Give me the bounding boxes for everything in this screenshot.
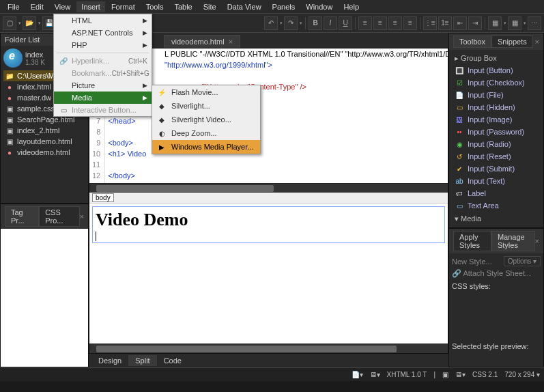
italic-button[interactable]: I [324,16,337,30]
toolbox-media-header[interactable]: ▾ Media [452,213,541,225]
design-view[interactable]: Video Demo [89,204,448,344]
view-tab-design[interactable]: Design [91,355,128,366]
tag-breadcrumb[interactable]: body [89,193,448,204]
file-icon: ● [5,93,14,102]
close-icon[interactable]: × [80,212,84,221]
menu-item-php[interactable]: PHP▶ [54,39,152,51]
toolbox-item[interactable]: ▭Input (Hidden) [452,101,541,113]
menu-item-asp-net-controls[interactable]: ASP.NET Controls▶ [54,27,152,39]
view-tab-split[interactable]: Split [128,355,156,366]
file-item[interactable]: ▣index_2.html [3,125,85,136]
attach-stylesheet-link[interactable]: 🔗 Attach Style Sheet... [452,269,531,277]
file-item[interactable]: ▣layoutdemo.html [3,136,85,147]
submenu-item-deep-zoom-[interactable]: ◐Deep Zoom... [152,126,260,140]
menu-site[interactable]: Site [199,1,221,12]
menu-tools[interactable]: Tools [141,1,169,12]
toolbox-item-icon: 📄 [455,90,464,100]
tab-toolbox[interactable]: Toolbox [453,36,491,48]
tab-tag-pr-[interactable]: Tag Pr... [5,206,39,227]
borders-button[interactable]: ▦ [488,16,502,30]
separator [355,17,356,29]
undo-button[interactable]: ↶ [264,16,278,30]
new-button[interactable]: ▢ [3,16,16,30]
toolbox-item[interactable]: ◉Input (Radio) [452,138,541,150]
submenu-item-silverlight-video-[interactable]: ◆Silverlight Video... [152,113,260,126]
menu-item-picture[interactable]: Picture▶ [54,79,152,92]
file-icon: ▣ [5,104,14,113]
tab-manage-styles[interactable]: Manage Styles [491,231,535,251]
submenu-item-silverlight-[interactable]: ◆Silverlight... [152,99,260,113]
toolbox-item[interactable]: 🏷Label [452,187,541,199]
tab-snippets[interactable]: Snippets [491,36,533,48]
toolbox-item[interactable]: ▭Text Area [452,199,541,212]
toolbox-item[interactable]: 📄Input (File) [452,89,541,101]
menu-edit[interactable]: Edit [26,1,48,12]
menu-table[interactable]: Table [169,1,197,12]
new-style-link[interactable]: New Style... [452,257,492,266]
toolbox-item-icon: ☑ [455,78,464,87]
status-icon[interactable]: 📄▾ [352,371,363,378]
close-icon[interactable]: × [535,38,539,46]
document-tab[interactable]: videodemo.html × [164,35,240,48]
menu-item-html[interactable]: HTML▶ [54,14,152,27]
menu-item-media[interactable]: Media▶ [54,92,152,104]
toolbox-item[interactable]: ↺Input (Reset) [452,150,541,163]
outdent-button[interactable]: ⇤ [453,16,467,30]
bullets-button[interactable]: ⋮≡ [423,16,437,30]
file-item[interactable]: ●videodemo.html [3,147,85,158]
toolbox-item[interactable]: 🖼Input (Image) [452,113,541,126]
align-justify-button[interactable]: ≡ [403,16,417,30]
status-css[interactable]: CSS 2.1 [472,371,498,378]
toolbox-item[interactable]: ☑Input (Checkbox) [452,76,541,89]
submenu-item-flash-movie-[interactable]: ⚡Flash Movie... [152,85,260,99]
separator [420,17,420,29]
manage-styles-panel: Apply StylesManage Styles × New Style...… [448,228,544,367]
menubar: FileEditViewInsertFormatToolsTableSiteDa… [0,0,544,14]
menu-item-hyperlink-: 🔗Hyperlink...Ctrl+K [54,55,152,67]
open-button[interactable]: 📂 [23,16,36,30]
menu-insert[interactable]: Insert [76,1,105,12]
toolbox-panel: ToolboxSnippets × ▸ Group Box 🔳Input (Bu… [448,33,544,228]
redo-button[interactable]: ↷ [284,16,298,30]
menu-data-view[interactable]: Data View [223,1,266,12]
menu-panels[interactable]: Panels [268,1,300,12]
tag-properties-panel: Tag Pr...CSS Pro... × [0,204,89,367]
align-center-button[interactable]: ≡ [373,16,387,30]
numbering-button[interactable]: 1≡ [438,16,452,30]
more-button[interactable]: ⋯ [528,16,541,30]
tab-css-pro-[interactable]: CSS Pro... [39,206,79,227]
status-icon[interactable]: 🖥▾ [370,371,380,378]
bold-button[interactable]: B [309,16,322,30]
horizontal-scrollbar[interactable] [89,344,448,353]
menu-file[interactable]: File [3,1,25,12]
toolbox-item[interactable]: ••Input (Password) [452,126,541,138]
toolbox-item[interactable]: ✔Input (Submit) [452,163,541,175]
menu-format[interactable]: Format [106,1,140,12]
status-doctype[interactable]: XHTML 1.0 T [387,371,427,378]
options-button[interactable]: Options ▾ [504,256,541,266]
toolbox-item[interactable]: 🔳Input (Button) [452,64,541,76]
submenu-item-windows-media-player-[interactable]: ▶Windows Media Player... [152,140,260,154]
menu-help[interactable]: Help [339,1,364,12]
align-right-button[interactable]: ≡ [388,16,402,30]
status-icon[interactable]: ▣ [442,371,448,378]
menu-view[interactable]: View [50,1,76,12]
close-icon[interactable]: × [229,38,233,46]
toolbox-group-header[interactable]: ▸ Group Box [452,53,541,64]
table-button[interactable]: ▦ [508,16,521,30]
folder-list-title: Folder List [5,36,40,44]
underline-button[interactable]: U [339,16,352,30]
toolbox-item-icon: ◉ [455,139,464,149]
align-left-button[interactable]: ≡ [358,16,372,30]
toolbox-item[interactable]: abInput (Text) [452,175,541,187]
menu-window[interactable]: Window [301,1,337,12]
horizontal-scrollbar[interactable] [89,183,448,193]
status-icon[interactable]: 🖥▾ [455,371,466,378]
status-dimensions[interactable]: 720 x 294 ▾ [504,371,540,378]
file-icon: ▣ [5,137,14,146]
close-icon[interactable]: × [535,237,539,245]
view-tab-code[interactable]: Code [157,355,188,366]
file-icon: ● [5,82,14,92]
tab-apply-styles[interactable]: Apply Styles [453,231,491,251]
indent-button[interactable]: ⇥ [468,16,482,30]
